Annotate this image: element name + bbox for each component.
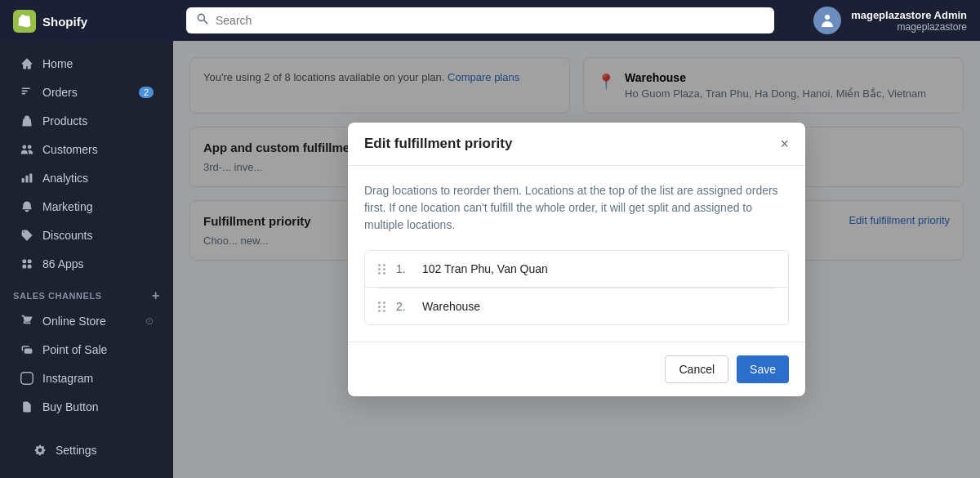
shopify-logo[interactable]: shopify <box>13 10 87 33</box>
cancel-button[interactable]: Cancel <box>665 355 728 383</box>
sidebar-item-label: Discounts <box>42 229 92 242</box>
user-info: mageplazastore Admin mageplazastore <box>851 9 967 33</box>
sidebar: shopify Home Orders 2 Products <box>0 0 173 478</box>
search-bar[interactable] <box>186 7 774 34</box>
sidebar-item-customers[interactable]: Customers <box>7 136 167 163</box>
discounts-icon <box>20 228 34 243</box>
sidebar-item-label: 86 Apps <box>42 257 84 270</box>
marketing-icon <box>20 199 34 214</box>
sidebar-item-marketing[interactable]: Marketing <box>7 193 167 221</box>
orders-icon <box>20 85 34 100</box>
home-icon <box>20 56 34 71</box>
buy-button-icon <box>20 400 34 414</box>
sidebar-header: shopify <box>0 0 173 42</box>
modal-footer: Cancel Save <box>348 342 805 396</box>
customers-icon <box>20 142 34 157</box>
sidebar-item-online-store[interactable]: Online Store ⊙ <box>7 307 167 335</box>
sidebar-settings-label: Settings <box>56 444 97 457</box>
sidebar-item-label: Orders <box>42 86 78 99</box>
pos-icon <box>20 342 34 357</box>
settings-icon <box>33 443 47 458</box>
online-store-expand-icon: ⊙ <box>145 315 154 327</box>
analytics-icon <box>20 171 34 185</box>
location-num-2: 2. <box>396 300 412 313</box>
sidebar-item-pos[interactable]: Point of Sale <box>7 336 167 364</box>
avatar <box>813 7 841 34</box>
user-store: mageplazastore <box>851 21 967 33</box>
sidebar-item-home[interactable]: Home <box>7 50 167 78</box>
sidebar-item-analytics[interactable]: Analytics <box>7 164 167 192</box>
locations-list: 1. 102 Tran Phu, Van Quan <box>364 250 789 325</box>
search-input[interactable] <box>216 14 764 27</box>
sidebar-item-settings[interactable]: Settings <box>20 436 154 464</box>
products-icon <box>20 114 34 128</box>
modal-header: Edit fulfillment priority × <box>348 123 805 166</box>
modal-close-button[interactable]: × <box>780 136 789 151</box>
sidebar-item-label: Marketing <box>42 200 92 213</box>
sidebar-nav: Home Orders 2 Products Customers A <box>0 42 173 429</box>
modal-body: Drag locations to reorder them. Location… <box>348 166 805 342</box>
sidebar-item-label: Online Store <box>42 315 106 328</box>
sidebar-item-products[interactable]: Products <box>7 107 167 135</box>
sidebar-item-orders[interactable]: Orders 2 <box>7 78 167 106</box>
main-area: mageplazastore Admin mageplazastore You'… <box>173 0 980 478</box>
location-name-2: Warehouse <box>422 300 480 313</box>
content-area: You're using 2 of 8 locations available … <box>173 41 980 478</box>
sidebar-item-label: Analytics <box>42 172 88 185</box>
sidebar-item-label: Products <box>42 114 87 127</box>
search-icon <box>196 12 209 29</box>
location-num-1: 1. <box>396 262 412 275</box>
topbar-right: mageplazastore Admin mageplazastore <box>813 7 967 34</box>
orders-badge: 2 <box>139 87 154 98</box>
modal-overlay: Edit fulfillment priority × Drag locatio… <box>173 41 980 478</box>
sidebar-item-label: Customers <box>42 143 98 156</box>
shopify-logo-icon <box>13 10 36 33</box>
sidebar-item-label: Point of Sale <box>42 343 107 356</box>
apps-icon <box>20 257 34 271</box>
sidebar-item-buy-button[interactable]: Buy Button <box>7 393 167 421</box>
online-store-icon <box>20 314 34 328</box>
edit-fulfillment-modal: Edit fulfillment priority × Drag locatio… <box>348 123 805 396</box>
modal-title: Edit fulfillment priority <box>364 136 512 152</box>
modal-description: Drag locations to reorder them. Location… <box>364 182 789 234</box>
drag-handle-2[interactable] <box>378 302 386 312</box>
sidebar-footer: Settings <box>0 429 173 478</box>
sidebar-item-label: Instagram <box>42 372 93 385</box>
location-name-1: 102 Tran Phu, Van Quan <box>422 262 548 275</box>
sidebar-item-label: Buy Button <box>42 400 99 413</box>
sidebar-item-instagram[interactable]: Instagram <box>7 364 167 392</box>
topbar: mageplazastore Admin mageplazastore <box>173 0 980 41</box>
sidebar-item-apps[interactable]: 86 Apps <box>7 250 167 278</box>
list-item: 1. 102 Tran Phu, Van Quan <box>365 251 788 288</box>
drag-handle-1[interactable] <box>378 264 386 275</box>
sidebar-item-label: Home <box>42 57 73 70</box>
sidebar-item-discounts[interactable]: Discounts <box>7 221 167 249</box>
sales-channels-section-label: SALES CHANNELS + <box>0 279 173 306</box>
add-sales-channel-icon[interactable]: + <box>152 288 160 303</box>
list-item: 2. Warehouse <box>365 288 788 324</box>
brand-name: shopify <box>42 15 87 29</box>
save-button[interactable]: Save <box>737 355 789 383</box>
user-name: mageplazastore Admin <box>851 9 967 21</box>
instagram-icon <box>20 371 34 386</box>
